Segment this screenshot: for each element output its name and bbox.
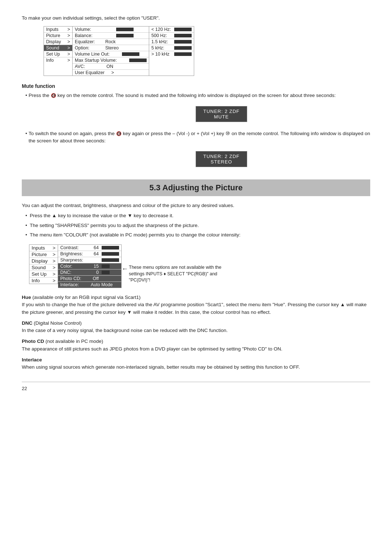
hue-section: Hue (available only for an RGB input sig… bbox=[22, 294, 370, 316]
menu-item: Picture> bbox=[44, 33, 72, 39]
menu-row: Max Startup Volume: bbox=[73, 57, 149, 64]
menu-row: Contrast:64 bbox=[58, 245, 121, 251]
photocd-section: Photo CD (not available in PC mode) The … bbox=[22, 338, 370, 353]
picture-bullet: Press the ▲ key to increase the value or… bbox=[25, 212, 370, 219]
menu-row: Volume: bbox=[73, 27, 149, 33]
menu-item: Set Up> bbox=[29, 271, 58, 278]
infobox-stereo: TUNER: 2 ZDF STEREO bbox=[22, 147, 370, 171]
eq-row: 500 Hz: bbox=[149, 33, 194, 39]
menu-item: Inputs> bbox=[44, 27, 72, 33]
menu-row: Option:Stereo bbox=[73, 45, 149, 51]
picture-bullet: The setting "SHARPNESS" permits you to a… bbox=[25, 222, 370, 229]
menu-item: Set Up> bbox=[44, 51, 72, 57]
mute-bullet-1: • Press the 🔇 key on the remote control.… bbox=[25, 92, 370, 99]
menu-row: Volume Line Out: bbox=[73, 51, 149, 57]
menu-col1: Inputs>Picture>Display>Sound>Set Up>Info… bbox=[44, 26, 73, 76]
menu-item: Sound> bbox=[44, 45, 72, 51]
mute-bullet-2: • To switch the sound on again, press th… bbox=[25, 130, 370, 145]
menu-col2-sound: Volume:Balance:Equalizer:RockOption:Ster… bbox=[73, 26, 149, 76]
mute-heading: Mute function bbox=[22, 83, 370, 89]
intro-text: To make your own individual settings, se… bbox=[22, 15, 370, 22]
page-number: 22 bbox=[22, 386, 370, 391]
menu-item: Picture> bbox=[29, 251, 58, 258]
picture-bullet: The menu item "COLOUR" (not available in… bbox=[25, 231, 370, 239]
menu-row: DNC:0 bbox=[58, 270, 121, 276]
menu-item: Info> bbox=[29, 278, 58, 284]
menu-item: Info> bbox=[44, 57, 72, 63]
menu-col3-eq: < 120 Hz:500 Hz:1.5 kHz:5 kHz:> 10 kHz bbox=[149, 26, 194, 76]
menu-row: Sharpness: bbox=[58, 257, 121, 263]
menu-row: Photo CD:Off bbox=[58, 276, 121, 282]
chapter-bar: 5.3 Adjusting the Picture bbox=[22, 179, 370, 196]
menu-item: Display> bbox=[29, 258, 58, 264]
menu-item: Sound> bbox=[29, 264, 58, 271]
menu-row: User Equalizer> bbox=[73, 70, 149, 76]
eq-row: > 10 kHz bbox=[149, 51, 194, 57]
chapter-title: 5.3 Adjusting the Picture bbox=[29, 183, 363, 193]
eq-row: < 120 Hz: bbox=[149, 27, 194, 33]
menu-row: Brightness:64 bbox=[58, 251, 121, 257]
menu-item: Inputs> bbox=[29, 245, 58, 251]
picture-bullets: Press the ▲ key to increase the value or… bbox=[25, 212, 370, 239]
menu-annotation: These menu options are not available wit… bbox=[129, 244, 230, 284]
infobox-mute: TUNER: 2 ZDF MUTE bbox=[22, 102, 370, 126]
menu-row: Equalizer:Rock bbox=[73, 39, 149, 45]
menu-row: AVC:ON bbox=[73, 64, 149, 70]
menu-row: Balance: bbox=[73, 33, 149, 39]
interlace-section: Interlace When using signal sources whic… bbox=[22, 356, 370, 371]
picture-menu-wrapper: Inputs>Picture>Display>Sound>Set Up>Info… bbox=[29, 244, 370, 288]
dnc-section: DNC (Digital Noise Control) In the case … bbox=[22, 320, 370, 335]
picture-intro: You can adjust the contrast, brightness,… bbox=[22, 202, 370, 209]
menu-row: Color:15 bbox=[58, 263, 121, 270]
picture-menu-col2: Contrast:64Brightness:64Sharpness:Color:… bbox=[58, 244, 122, 288]
sound-menu: Inputs>Picture>Display>Sound>Set Up>Info… bbox=[44, 26, 370, 76]
page-divider bbox=[22, 382, 370, 382]
picture-menu-col1: Inputs>Picture>Display>Sound>Set Up>Info… bbox=[29, 244, 58, 284]
eq-row: 1.5 kHz: bbox=[149, 39, 194, 45]
eq-row: 5 kHz: bbox=[149, 45, 194, 51]
menu-item: Display> bbox=[44, 39, 72, 45]
menu-row: Interlace:Auto Mode bbox=[58, 282, 121, 288]
